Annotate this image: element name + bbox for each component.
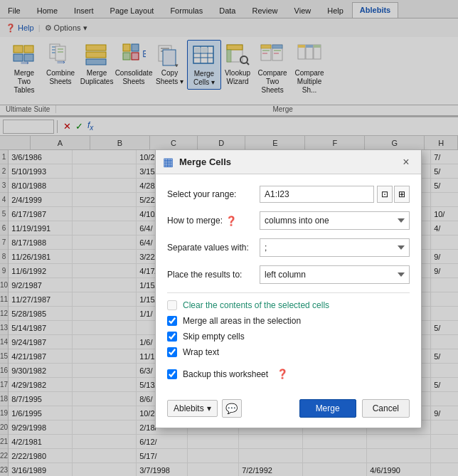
how-to-merge-select[interactable]: columns into one: [260, 211, 410, 230]
select-range-button[interactable]: ⊞: [394, 186, 410, 203]
clear-label: Clear the contents of the selected cells: [183, 300, 329, 310]
how-to-merge-row: How to merge: ❓ columns into one: [167, 211, 410, 230]
checkbox-wrap-text-row: Wrap text: [167, 347, 410, 357]
separate-values-row: Separate values with: ;: [167, 238, 410, 257]
dialog-title: Merge Cells: [179, 157, 231, 167]
range-icons: ⊡ ⊞: [377, 186, 410, 203]
separate-values-control: ;: [260, 238, 410, 257]
footer-left: Ablebits ▾ 💬: [167, 399, 242, 418]
skip-empty-checkbox[interactable]: [167, 332, 177, 342]
backup-help-icon[interactable]: ❓: [277, 369, 288, 379]
wrap-text-checkbox[interactable]: [167, 347, 177, 357]
separate-values-select[interactable]: ;: [260, 238, 410, 257]
merge-all-label: Merge all areas in the selection: [183, 316, 301, 326]
select-range-control: ⊡ ⊞: [260, 186, 410, 203]
dialog-footer: Ablebits ▾ 💬 Merge Cancel: [156, 392, 421, 428]
checkbox-merge-all-row: Merge all areas in the selection: [167, 316, 410, 326]
checkbox-backup-row: Backup this worksheet ❓: [167, 369, 410, 379]
feedback-button[interactable]: 💬: [222, 399, 242, 418]
dialog-icon: ▦: [163, 155, 174, 169]
checkbox-skip-empty-row: Skip empty cells: [167, 332, 410, 342]
expand-range-button[interactable]: ⊡: [377, 186, 393, 203]
merge-all-checkbox[interactable]: [167, 316, 177, 326]
clear-checkbox[interactable]: [167, 300, 177, 310]
select-range-input[interactable]: [260, 186, 374, 203]
how-to-merge-label: How to merge: ❓: [167, 216, 260, 226]
checkbox-clear-row: Clear the contents of the selected cells: [167, 300, 410, 310]
ablebits-label: Ablebits: [174, 403, 204, 413]
backup-checkbox[interactable]: [167, 369, 177, 379]
merge-cells-dialog: ▦ Merge Cells × Select your range: ⊡ ⊞ H…: [155, 149, 422, 428]
place-results-label: Place the results to:: [167, 270, 260, 280]
chevron-down-icon: ▾: [207, 403, 211, 413]
dialog-close-button[interactable]: ×: [398, 154, 414, 170]
ablebits-menu-button[interactable]: Ablebits ▾: [167, 400, 218, 417]
merge-button[interactable]: Merge: [299, 399, 356, 418]
dialog-body: Select your range: ⊡ ⊞ How to merge: ❓ c…: [156, 174, 421, 392]
separate-values-label: Separate values with:: [167, 243, 260, 253]
how-to-merge-control: columns into one: [260, 211, 410, 230]
place-results-select[interactable]: left column: [260, 265, 410, 284]
dialog-title-area: ▦ Merge Cells: [163, 155, 231, 169]
wrap-text-label: Wrap text: [183, 347, 219, 357]
select-range-label: Select your range:: [167, 189, 260, 199]
how-to-merge-help-icon[interactable]: ❓: [225, 216, 237, 226]
backup-label: Backup this worksheet: [183, 369, 268, 379]
divider: [167, 292, 410, 293]
place-results-row: Place the results to: left column: [167, 265, 410, 284]
select-range-row: Select your range: ⊡ ⊞: [167, 186, 410, 203]
dialog-header: ▦ Merge Cells ×: [156, 150, 421, 174]
cancel-button[interactable]: Cancel: [362, 399, 410, 418]
skip-empty-label: Skip empty cells: [183, 332, 245, 342]
footer-right: Merge Cancel: [299, 399, 410, 418]
place-results-control: left column: [260, 265, 410, 284]
